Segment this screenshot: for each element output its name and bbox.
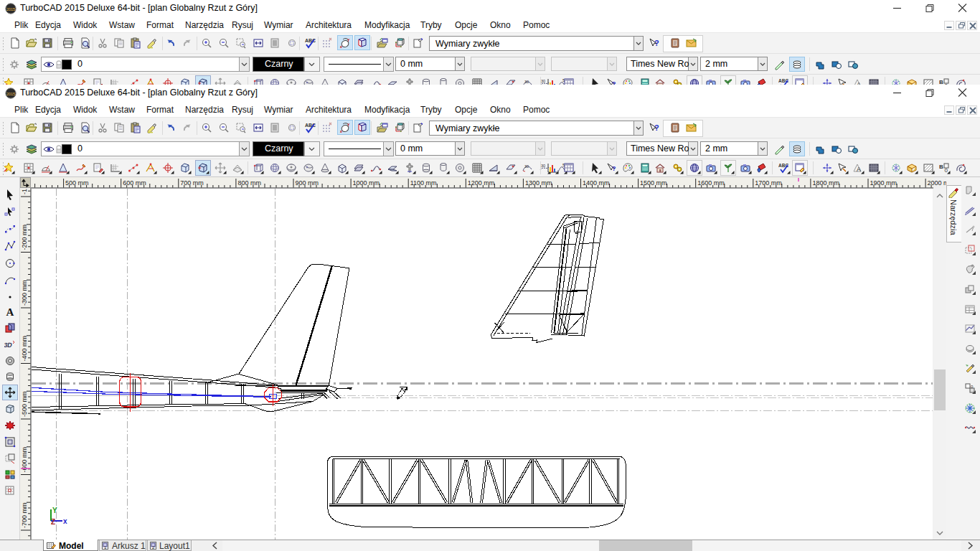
svg-text:30: 30 bbox=[524, 164, 529, 169]
svg-text:2015: 2015 bbox=[6, 92, 15, 96]
svg-text:x: x bbox=[340, 129, 342, 133]
svg-text:Y: Y bbox=[347, 38, 350, 42]
svg-text:B: B bbox=[939, 79, 943, 85]
svg-text:x: x bbox=[340, 44, 342, 49]
svg-text:A: A bbox=[6, 306, 14, 318]
svg-text:3D: 3D bbox=[4, 342, 13, 349]
svg-text:Y: Y bbox=[347, 123, 350, 127]
svg-text:?: ? bbox=[654, 39, 659, 47]
svg-text:30: 30 bbox=[541, 164, 545, 168]
svg-text:B: B bbox=[939, 164, 943, 170]
svg-text:?: ? bbox=[654, 123, 659, 132]
svg-text:30: 30 bbox=[524, 80, 529, 84]
svg-text:30: 30 bbox=[541, 79, 545, 83]
svg-text:2015: 2015 bbox=[6, 7, 15, 11]
